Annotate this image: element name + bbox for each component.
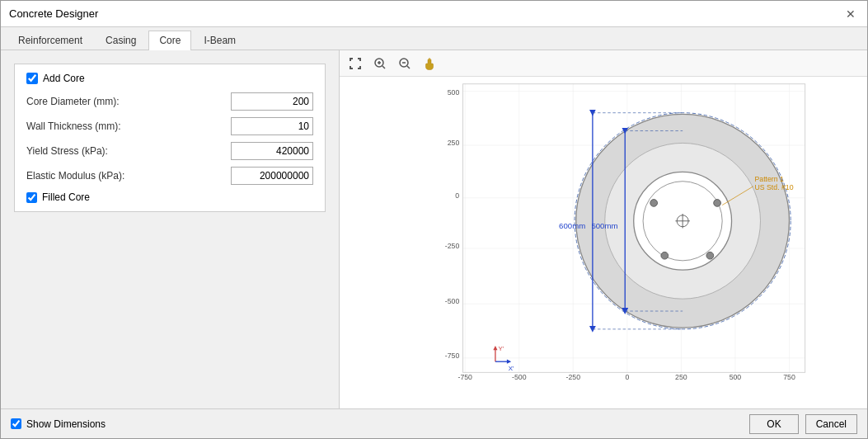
ok-button[interactable]: OK bbox=[749, 414, 798, 434]
form-section: Add Core Core Diameter (mm): Wall Thickn… bbox=[14, 64, 326, 212]
yield-stress-label: Yield Stress (kPa): bbox=[26, 145, 108, 157]
elastic-modulus-input[interactable] bbox=[231, 167, 313, 185]
svg-line-3 bbox=[382, 66, 385, 68]
yield-stress-input[interactable] bbox=[231, 142, 313, 160]
elastic-modulus-row: Elastic Modulus (kPa): bbox=[26, 167, 313, 185]
show-dimensions-label: Show Dimensions bbox=[26, 418, 106, 430]
show-dimensions-checkbox[interactable] bbox=[11, 418, 21, 429]
bottom-right: OK Cancel bbox=[749, 414, 857, 434]
core-diameter-input[interactable] bbox=[231, 92, 313, 111]
design-canvas: 500 250 0 -250 -500 -750 -750 -500 -250 … bbox=[340, 77, 867, 408]
svg-text:Pattern 1: Pattern 1 bbox=[755, 175, 785, 183]
right-panel: 500 250 0 -250 -500 -750 -750 -500 -250 … bbox=[339, 50, 867, 408]
left-panel: Add Core Core Diameter (mm): Wall Thickn… bbox=[1, 50, 339, 408]
filled-core-row: Filled Core bbox=[26, 191, 313, 203]
pan-icon bbox=[422, 56, 437, 71]
svg-line-6 bbox=[407, 66, 410, 68]
tab-ibeam[interactable]: I-Beam bbox=[193, 31, 246, 50]
add-core-label: Add Core bbox=[43, 73, 85, 84]
wall-thickness-input[interactable] bbox=[231, 117, 313, 135]
close-button[interactable]: ✕ bbox=[842, 6, 859, 22]
svg-point-46 bbox=[706, 252, 714, 259]
svg-text:0: 0 bbox=[625, 373, 629, 381]
svg-text:250: 250 bbox=[448, 139, 460, 147]
svg-point-47 bbox=[714, 200, 721, 207]
bottom-left: Show Dimensions bbox=[11, 418, 106, 430]
svg-point-45 bbox=[661, 252, 669, 259]
svg-text:-500: -500 bbox=[512, 373, 527, 381]
wall-thickness-label: Wall Thickness (mm): bbox=[26, 120, 121, 132]
filled-core-label: Filled Core bbox=[42, 191, 90, 203]
canvas-toolbar bbox=[340, 50, 867, 77]
cancel-button[interactable]: Cancel bbox=[805, 414, 857, 434]
zoom-in-button[interactable] bbox=[371, 54, 389, 73]
filled-core-checkbox[interactable] bbox=[26, 192, 37, 203]
svg-text:500mm: 500mm bbox=[591, 221, 617, 230]
fit-icon bbox=[349, 57, 362, 70]
zoom-in-icon bbox=[373, 57, 387, 70]
pan-button[interactable] bbox=[420, 54, 439, 73]
svg-point-44 bbox=[650, 200, 658, 207]
svg-text:500: 500 bbox=[448, 88, 460, 97]
tab-casing[interactable]: Casing bbox=[95, 31, 147, 50]
core-diameter-row: Core Diameter (mm): bbox=[26, 92, 313, 111]
elastic-modulus-label: Elastic Modulus (kPa): bbox=[26, 170, 124, 182]
svg-text:-250: -250 bbox=[566, 373, 581, 381]
svg-text:-750: -750 bbox=[457, 373, 472, 381]
tab-reinforcement[interactable]: Reinforcement bbox=[7, 31, 93, 50]
canvas-area[interactable]: 500 250 0 -250 -500 -750 -750 -500 -250 … bbox=[340, 77, 867, 408]
svg-text:-750: -750 bbox=[445, 352, 460, 360]
dialog: Concrete Designer ✕ Reinforcement Casing… bbox=[0, 0, 868, 439]
core-diameter-label: Core Diameter (mm): bbox=[26, 96, 120, 107]
svg-text:-250: -250 bbox=[445, 242, 460, 250]
svg-text:750: 750 bbox=[783, 373, 795, 381]
svg-text:0: 0 bbox=[455, 191, 459, 200]
zoom-out-button[interactable] bbox=[396, 54, 414, 73]
svg-text:600mm: 600mm bbox=[559, 221, 585, 230]
zoom-out-icon bbox=[398, 57, 411, 70]
tab-bar: Reinforcement Casing Core I-Beam bbox=[1, 27, 867, 50]
svg-text:US Std. #10: US Std. #10 bbox=[755, 183, 794, 191]
fit-view-button[interactable] bbox=[346, 54, 364, 73]
tab-core[interactable]: Core bbox=[148, 31, 191, 50]
svg-text:X': X' bbox=[509, 365, 514, 372]
bottom-bar: Show Dimensions OK Cancel bbox=[1, 408, 867, 438]
add-core-row: Add Core bbox=[26, 73, 313, 84]
add-core-checkbox[interactable] bbox=[26, 73, 38, 84]
svg-text:500: 500 bbox=[730, 373, 742, 381]
svg-text:-500: -500 bbox=[445, 297, 460, 305]
yield-stress-row: Yield Stress (kPa): bbox=[26, 142, 313, 160]
wall-thickness-row: Wall Thickness (mm): bbox=[26, 117, 313, 135]
dialog-title: Concrete Designer bbox=[9, 7, 98, 20]
content-area: Add Core Core Diameter (mm): Wall Thickn… bbox=[1, 50, 867, 408]
title-bar: Concrete Designer ✕ bbox=[1, 1, 867, 27]
svg-text:250: 250 bbox=[675, 373, 687, 381]
svg-text:Y': Y' bbox=[498, 345, 504, 352]
